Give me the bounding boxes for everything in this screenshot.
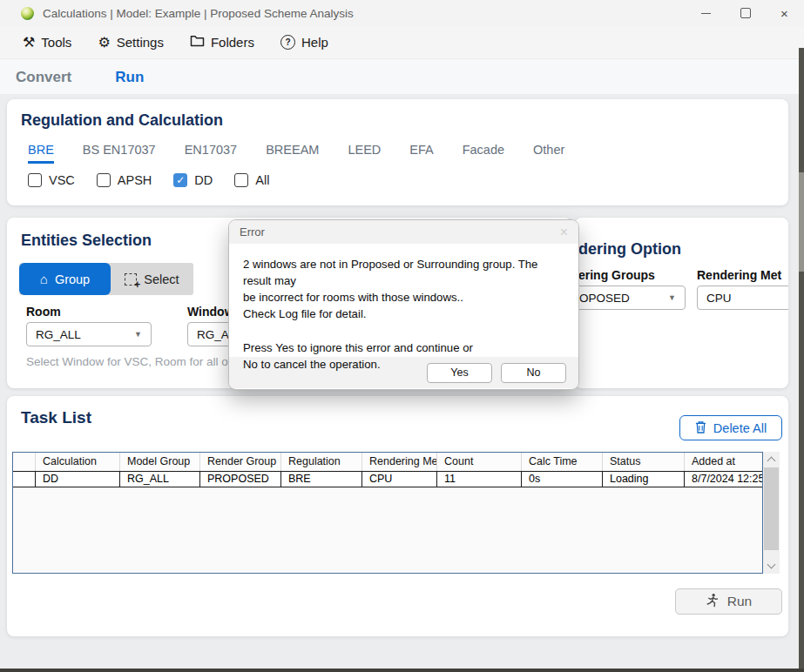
checkbox-checked: ✓ <box>173 173 187 187</box>
taskbar-edge <box>0 669 804 672</box>
title-bar: Calculations | Model: Example | Proposed… <box>0 0 804 26</box>
main-tab-strip: Convert Run <box>0 59 804 97</box>
run-button-label: Run <box>727 594 752 609</box>
dialog-message-line: Check Log file for detail. <box>243 306 566 322</box>
check-icon: ✓ <box>176 174 185 186</box>
table-cell: 8/7/2024 12:25:1 <box>685 472 762 487</box>
gear-icon: ⚙ <box>98 36 110 50</box>
rendering-groups-label: ering Groups <box>578 268 655 282</box>
rendering-groups-value: OPOSED <box>579 292 630 305</box>
menu-label: Folders <box>211 35 254 50</box>
reg-tab-leed[interactable]: LEED <box>348 143 381 164</box>
dialog-message: 2 windows are not in Proposed or Surroun… <box>229 244 578 357</box>
app-icon <box>21 7 34 20</box>
checkbox-label: APSH <box>118 173 152 187</box>
table-cell: CPU <box>362 472 437 487</box>
run-button[interactable]: Run <box>675 588 782 615</box>
room-select[interactable]: RG_ALL ▼ <box>26 322 152 346</box>
tab-run[interactable]: Run <box>110 59 149 97</box>
no-button[interactable]: No <box>501 363 566 383</box>
window-label: Window <box>187 305 234 319</box>
chevron-down-icon: ▼ <box>668 293 676 302</box>
menu-item-settings[interactable]: ⚙ Settings <box>98 35 164 50</box>
column-header: Added at <box>685 453 762 471</box>
rendering-method-value: CPU <box>706 292 732 305</box>
table-cell <box>13 472 36 487</box>
chevron-up-icon <box>767 457 776 466</box>
menu-label: Settings <box>117 35 164 50</box>
maximize-button[interactable] <box>726 0 765 26</box>
room-select-value: RG_ALL <box>36 328 81 341</box>
column-header: Calc Time <box>522 453 603 471</box>
column-header: Calculation <box>36 453 120 471</box>
rendering-method-select[interactable]: CPU <box>697 286 788 310</box>
scrollbar-thumb[interactable] <box>764 467 779 550</box>
entities-hint-text: Select Window for VSC, Room for all othe… <box>26 355 254 368</box>
trash-icon <box>695 420 706 436</box>
reg-tab-breeam[interactable]: BREEAM <box>266 143 319 164</box>
select-button[interactable]: Select <box>111 263 193 295</box>
regulation-card: Regulation and Calculation BRE BS EN1703… <box>7 99 788 205</box>
menu-bar: ⚒ Tools ⚙ Settings Folders ? Help <box>0 26 804 59</box>
checkbox-all[interactable]: All <box>234 173 269 187</box>
table-scrollbar[interactable] <box>763 452 780 574</box>
chevron-down-icon <box>767 561 776 569</box>
group-button-label: Group <box>55 272 90 286</box>
background-window-edge <box>799 48 804 669</box>
close-button[interactable]: × <box>765 0 804 26</box>
task-table: Calculation Model Group Render Group Reg… <box>12 452 763 574</box>
checkbox <box>97 173 111 187</box>
menu-item-folders[interactable]: Folders <box>190 35 254 50</box>
select-button-label: Select <box>144 272 179 286</box>
maximize-icon <box>740 8 751 18</box>
table-cell: DD <box>36 472 120 487</box>
regulation-tab-bar: BRE BS EN17037 EN17037 BREEAM LEED EFA F… <box>7 143 788 164</box>
checkbox <box>234 173 248 187</box>
table-cell: 0s <box>522 472 603 487</box>
reg-tab-facade[interactable]: Facade <box>463 143 504 164</box>
column-header: Status <box>603 453 685 471</box>
dialog-message-line: be incorrect for rooms with those window… <box>243 289 566 306</box>
minimize-button[interactable] <box>686 0 726 26</box>
menu-item-help[interactable]: ? Help <box>280 35 328 50</box>
rendering-groups-select[interactable]: OPOSED ▼ <box>575 286 686 310</box>
checkbox-apsh[interactable]: APSH <box>97 173 152 187</box>
scroll-up-button[interactable] <box>763 452 780 467</box>
checkbox-vsc[interactable]: VSC <box>28 173 75 187</box>
help-icon: ? <box>280 35 295 50</box>
dialog-title-bar: Error × <box>229 220 578 244</box>
delete-all-label: Delete All <box>713 421 767 435</box>
yes-button[interactable]: Yes <box>427 363 492 383</box>
chevron-down-icon: ▼ <box>134 330 142 339</box>
scroll-down-button[interactable] <box>763 559 780 574</box>
checkbox-label: All <box>255 173 269 187</box>
reg-tab-en17037[interactable]: EN17037 <box>185 143 237 164</box>
reg-tab-bre[interactable]: BRE <box>28 143 54 164</box>
entities-mode-toggle: ⌂ Group Select <box>19 263 193 295</box>
task-list-card: Task List Delete All Calculation Model G… <box>7 396 788 636</box>
regulation-title: Regulation and Calculation <box>7 99 788 130</box>
error-dialog: Error × 2 windows are not in Proposed or… <box>228 219 579 390</box>
checkbox-dd[interactable]: ✓ DD <box>173 173 213 187</box>
group-button[interactable]: ⌂ Group <box>19 263 111 295</box>
dialog-message-spacer <box>243 323 566 339</box>
window-title: Calculations | Model: Example | Proposed… <box>43 7 354 20</box>
table-header-row: Calculation Model Group Render Group Reg… <box>13 453 762 471</box>
rendering-option-title: dering Option <box>578 240 681 259</box>
reg-tab-efa[interactable]: EFA <box>409 143 433 164</box>
delete-all-button[interactable]: Delete All <box>679 415 782 440</box>
column-header <box>13 453 36 471</box>
reg-tab-other[interactable]: Other <box>533 143 564 164</box>
folder-icon <box>190 35 205 50</box>
dialog-message-line: 2 windows are not in Proposed or Surroun… <box>243 256 566 289</box>
tab-convert[interactable]: Convert <box>10 59 77 95</box>
dialog-close-button[interactable]: × <box>560 225 568 239</box>
column-header: Rendering Meth <box>362 453 437 471</box>
column-header: Model Group <box>120 453 200 471</box>
close-icon: × <box>780 7 788 20</box>
column-header: Count <box>437 453 522 471</box>
reg-tab-bs-en17037[interactable]: BS EN17037 <box>83 143 156 164</box>
menu-item-tools[interactable]: ⚒ Tools <box>23 35 71 50</box>
table-row[interactable]: DD RG_ALL PROPOSED BRE CPU 11 0s Loading… <box>13 471 762 487</box>
dialog-message-line: Press Yes to ignore this error and conti… <box>243 339 566 356</box>
